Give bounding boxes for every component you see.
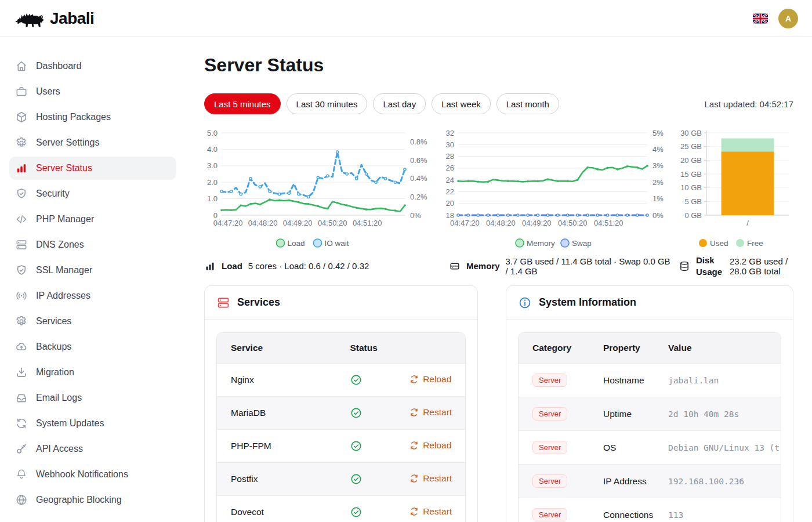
property-value: 192.168.100.236 [654,465,781,498]
svg-text:2.0: 2.0 [207,178,217,187]
sidebar-item-webhook-notifications[interactable]: Webhook Notifications [9,463,176,486]
sidebar-item-services[interactable]: Services [9,310,176,333]
svg-text:1%: 1% [652,194,664,203]
column-header-property: Property [589,333,654,364]
page-title: Server Status [204,55,793,76]
sidebar-item-label: Migration [36,367,74,378]
svg-text:0%: 0% [410,211,421,220]
sidebar-item-label: Services [36,316,71,327]
refresh-icon [409,441,419,450]
service-name: Nginx [217,364,336,397]
sidebar-item-security[interactable]: Security [9,182,176,205]
brand-logo[interactable]: Jabali [14,8,94,30]
svg-text:0%: 0% [652,211,664,220]
refresh-icon [15,417,28,430]
status-ok-icon [350,473,362,485]
user-avatar[interactable]: A [778,9,798,28]
sidebar-item-server-settings[interactable]: Server Settings [9,131,176,154]
download-icon [15,366,28,379]
svg-text:04:48:20: 04:48:20 [486,219,516,227]
sidebar-item-ssl-manager[interactable]: SSL Manager [9,259,176,282]
uk-flag-icon[interactable] [753,13,768,24]
sidebar-item-geographic-blocking[interactable]: Geographic Blocking [9,488,176,512]
sidebar-item-label: Users [36,86,60,97]
users-icon [15,85,28,98]
sidebar-item-email-logs[interactable]: Email Logs [9,386,176,409]
mariadb-restart-button[interactable]: Restart [409,407,452,418]
svg-text:Load: Load [288,239,305,248]
svg-text:04:48:20: 04:48:20 [248,219,278,227]
table-row: PostfixRestart [217,463,465,496]
nginx-reload-button[interactable]: Reload [409,374,451,385]
sidebar-item-api-access[interactable]: API Access [9,437,176,461]
services-card: Services ServiceStatus NginxReloadMariaD… [204,285,478,522]
svg-text:2%: 2% [652,178,664,187]
services-table: ServiceStatus NginxReloadMariaDBRestartP… [217,333,465,522]
database-icon [679,260,690,272]
svg-text:/: / [746,219,749,227]
service-name: PHP-FPM [217,430,336,463]
last-updated-text: Last updated: 04:52:17 [705,99,793,109]
property-value: Debian GNU/Linux 13 (trixie) [654,431,781,465]
svg-text:24: 24 [446,176,454,184]
sidebar-item-php-manager[interactable]: PHP Manager [9,208,176,231]
sidebar-item-dns-zones[interactable]: DNS Zones [9,233,176,256]
status-ok-icon [350,506,362,519]
sidebar-item-label: Hosting Packages [36,112,111,122]
disk-usage-chart: 30 GB25 GB20 GB15 GB10 GB5 GB0 GB/UsedFr… [679,127,793,253]
svg-text:30: 30 [446,140,454,149]
postfix-restart-button[interactable]: Restart [409,473,452,484]
property-value: 2d 10h 40m 28s [654,397,781,431]
sidebar-item-system-updates[interactable]: System Updates [9,412,176,435]
package-icon [15,111,28,124]
svg-text:Used: Used [710,239,728,248]
sidebar-item-label: SSL Manager [36,265,92,276]
status-ok-icon [350,407,362,419]
sidebar: DashboardUsersHosting PackagesServer Set… [0,37,186,522]
bar-chart-icon [15,162,28,175]
stat-memory: Memory3.7 GB used / 11.4 GB total · Swap… [440,255,674,277]
svg-text:Memory: Memory [527,239,555,248]
svg-text:4%: 4% [652,145,664,154]
sidebar-item-label: IP Addresses [36,291,90,301]
table-row: PHP-FPMReload [217,430,465,463]
service-name: MariaDB [217,397,336,430]
timerange-button-last-day[interactable]: Last day [373,93,426,114]
sidebar-item-label: Server Status [36,163,92,173]
svg-text:0.8%: 0.8% [410,137,427,146]
timerange-button-last-month[interactable]: Last month [496,93,559,114]
php-fpm-reload-button[interactable]: Reload [409,440,451,451]
svg-text:22: 22 [446,187,454,196]
service-action-label: Restart [423,473,452,484]
dovecot-restart-button[interactable]: Restart [409,506,452,517]
svg-text:20 GB: 20 GB [680,156,702,165]
timerange-button-last-week[interactable]: Last week [432,93,491,114]
svg-text:0 GB: 0 GB [684,211,702,220]
refresh-icon [409,375,419,384]
table-row: ServerConnections113 [519,498,781,522]
service-action-label: Restart [423,407,452,418]
service-action-label: Reload [423,374,451,385]
timerange-button-last-30-minutes[interactable]: Last 30 minutes [287,93,368,114]
sidebar-item-migration[interactable]: Migration [9,361,176,384]
sidebar-item-dashboard[interactable]: Dashboard [9,55,176,78]
svg-text:Swap: Swap [572,239,592,248]
sidebar-item-backups[interactable]: Backups [9,335,176,358]
sidebar-item-ip-addresses[interactable]: IP Addresses [9,284,176,307]
timerange-button-last-5-minutes[interactable]: Last 5 minutes [204,93,281,114]
sidebar-item-users[interactable]: Users [9,80,176,103]
cloud-upload-icon [15,340,28,353]
server-stack-icon [216,296,230,310]
svg-text:04:49:20: 04:49:20 [283,219,313,227]
sidebar-item-server-status[interactable]: Server Status [9,157,176,180]
key-icon [15,443,28,455]
svg-text:04:50:20: 04:50:20 [318,219,347,227]
broadcast-icon [15,289,28,302]
stat-label: Memory [466,261,500,271]
table-row: ServerIP Address192.168.100.236 [519,465,781,498]
info-icon [518,296,532,310]
services-card-title: Services [237,296,280,309]
sidebar-item-hosting-packages[interactable]: Hosting Packages [9,106,176,129]
sidebar-item-label: Webhook Notifications [36,469,128,480]
category-badge: Server [532,508,567,521]
